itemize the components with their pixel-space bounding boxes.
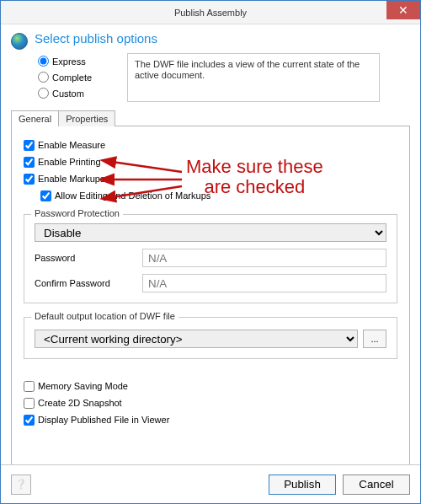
checkbox-create-snapshot[interactable]: Create 2D Snapshot <box>24 394 397 411</box>
tab-general[interactable]: General <box>11 110 59 126</box>
checkbox-enable-measure-input[interactable] <box>24 140 35 151</box>
checkbox-allow-edit-markups-input[interactable] <box>40 190 51 201</box>
checkbox-create-snapshot-input[interactable] <box>24 398 35 409</box>
radio-express-label: Express <box>52 56 86 67</box>
browse-button[interactable]: ... <box>363 330 386 348</box>
radio-custom[interactable]: Custom <box>38 85 115 101</box>
checkbox-memory-saving-input[interactable] <box>24 381 35 392</box>
content-area: Select publish options Express Complete … <box>1 24 420 464</box>
checkbox-enable-markups[interactable]: Enable Markups <box>24 170 397 187</box>
globe-icon <box>11 33 28 50</box>
mode-description: The DWF file includes a view of the curr… <box>127 53 380 102</box>
radio-custom-input[interactable] <box>38 88 49 99</box>
checkbox-allow-edit-markups[interactable]: Allow Editing and Deletion of Markups <box>40 187 397 204</box>
tab-panel-general: Enable Measure Enable Printing Enable Ma… <box>11 126 410 464</box>
footer-bar: ❔ Publish Cancel <box>1 464 420 503</box>
checkbox-create-snapshot-label: Create 2D Snapshot <box>38 398 122 408</box>
checkbox-enable-measure[interactable]: Enable Measure <box>24 137 397 153</box>
browse-button-label: ... <box>370 334 378 344</box>
password-protection-legend: Password Protection <box>31 208 123 218</box>
info-icon: ❔ <box>15 479 27 490</box>
confirm-password-input <box>142 274 386 292</box>
password-input <box>142 249 386 267</box>
radio-complete-label: Complete <box>52 72 92 83</box>
checkbox-enable-markups-input[interactable] <box>24 174 35 185</box>
close-button[interactable]: ✕ <box>386 1 420 19</box>
output-location-select[interactable]: <Current working directory> <box>35 330 358 348</box>
checkbox-enable-printing[interactable]: Enable Printing <box>24 153 397 170</box>
password-protection-select[interactable]: Disable <box>35 223 386 242</box>
radio-express-input[interactable] <box>38 56 49 67</box>
password-protection-group: Password Protection Disable Password Con… <box>24 214 397 303</box>
publish-button[interactable]: Publish <box>269 475 336 495</box>
radio-complete-input[interactable] <box>38 72 49 83</box>
radio-custom-label: Custom <box>52 88 84 99</box>
info-button[interactable]: ❔ <box>11 475 31 495</box>
confirm-password-label: Confirm Password <box>35 278 142 288</box>
checkbox-allow-edit-markups-label: Allow Editing and Deletion of Markups <box>55 190 210 201</box>
checkbox-memory-saving-label: Memory Saving Mode <box>38 381 128 391</box>
cancel-button[interactable]: Cancel <box>343 475 410 495</box>
radio-express[interactable]: Express <box>38 53 115 69</box>
publish-assembly-window: Publish Assembly ✕ Select publish option… <box>0 0 421 504</box>
output-location-group: Default output location of DWF file <Cur… <box>24 317 397 359</box>
checkbox-display-published-input[interactable] <box>24 415 35 426</box>
close-icon: ✕ <box>398 3 408 17</box>
checkbox-enable-markups-label: Enable Markups <box>38 174 105 184</box>
page-title: Select publish options <box>35 31 410 46</box>
radio-complete[interactable]: Complete <box>38 69 115 85</box>
checkbox-enable-printing-input[interactable] <box>24 157 35 168</box>
checkbox-display-published[interactable]: Display Published File in Viewer <box>24 411 397 428</box>
checkbox-display-published-label: Display Published File in Viewer <box>38 415 169 425</box>
tab-properties[interactable]: Properties <box>58 110 115 126</box>
checkbox-enable-measure-label: Enable Measure <box>38 140 105 150</box>
titlebar: Publish Assembly ✕ <box>1 1 420 24</box>
window-title: Publish Assembly <box>174 8 247 18</box>
checkbox-memory-saving[interactable]: Memory Saving Mode <box>24 378 397 394</box>
checkbox-enable-printing-label: Enable Printing <box>38 157 101 167</box>
output-location-legend: Default output location of DWF file <box>31 311 179 321</box>
publish-mode-radios: Express Complete Custom <box>38 53 115 102</box>
tabs-container: General Properties Enable Measure Enable… <box>11 110 410 464</box>
password-label: Password <box>35 253 142 263</box>
